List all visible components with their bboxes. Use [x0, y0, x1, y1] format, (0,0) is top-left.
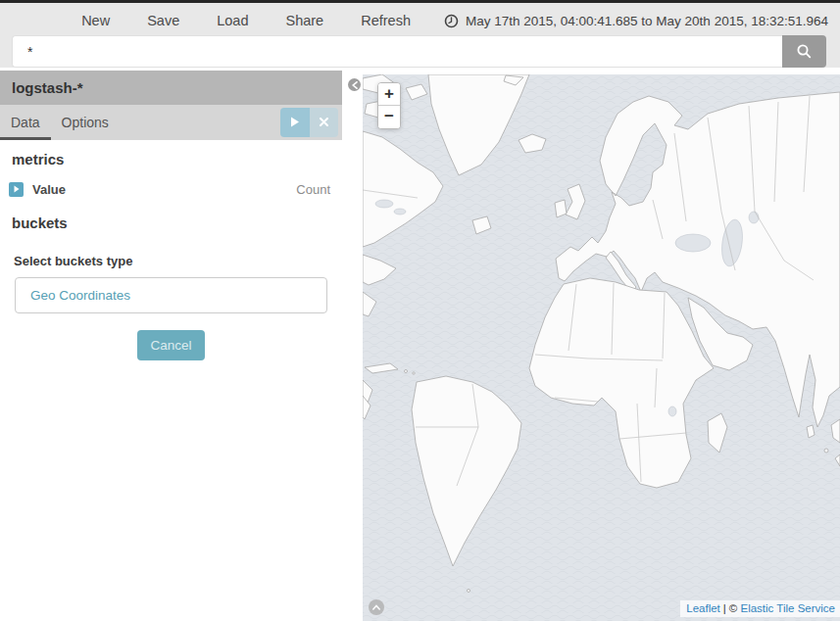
editor-content: metrics Value Count buckets Select bucke… [0, 151, 342, 360]
load-button[interactable]: Load [217, 13, 248, 28]
search-icon [796, 43, 813, 60]
apply-changes-button[interactable] [280, 108, 310, 137]
tile-map-canvas[interactable]: + − Leaflet|© Elastic Tile Service [363, 74, 840, 621]
chevron-up-icon [372, 604, 380, 610]
cancel-row: Cancel [12, 330, 330, 360]
metric-row-value: Value Count [12, 174, 330, 204]
top-navbar: New Save Load Share Refresh May 17th 201… [0, 0, 840, 68]
tab-data[interactable]: Data [0, 105, 51, 140]
save-button[interactable]: Save [147, 13, 179, 28]
query-input[interactable] [12, 35, 782, 68]
expand-metric-button[interactable] [9, 182, 24, 197]
metric-aggregation: Count [296, 182, 330, 197]
zoom-in-button[interactable]: + [378, 83, 400, 106]
editor-tabbar: Data Options [0, 105, 342, 140]
map-zoom-control: + − [377, 82, 401, 129]
refresh-button[interactable]: Refresh [361, 13, 411, 28]
cancel-button[interactable]: Cancel [137, 330, 204, 360]
editor-action-buttons [280, 105, 342, 140]
spy-panel-toggle[interactable] [369, 599, 384, 615]
bucket-type-option-label: Geo Coordinates [30, 288, 130, 303]
share-button[interactable]: Share [285, 13, 323, 28]
time-picker[interactable]: May 17th 2015, 04:00:41.685 to May 20th … [444, 14, 828, 28]
navbar-menu: New Save Load Share Refresh May 17th 201… [0, 6, 840, 35]
clock-icon [444, 14, 459, 28]
map-attribution: Leaflet|© Elastic Tile Service [680, 600, 840, 617]
index-pattern-header: logstash-* [0, 71, 342, 105]
new-button[interactable]: New [81, 13, 110, 28]
sidebar-collapse-toggle[interactable] [348, 78, 361, 91]
tab-options[interactable]: Options [51, 105, 120, 140]
close-icon [320, 118, 328, 126]
bucket-type-option-geo-coordinates[interactable]: Geo Coordinates [15, 277, 327, 313]
zoom-out-button[interactable]: − [378, 106, 400, 128]
caret-right-icon [14, 185, 20, 193]
chevron-left-icon [352, 81, 358, 89]
metric-label: Value [32, 182, 66, 197]
bucket-type-label: Select buckets type [14, 254, 330, 268]
metrics-heading: metrics [12, 151, 330, 167]
leaflet-link[interactable]: Leaflet [686, 602, 720, 614]
search-button[interactable] [782, 35, 826, 68]
world-map-tiles [363, 74, 840, 621]
time-range-label: May 17th 2015, 04:00:41.685 to May 20th … [466, 14, 828, 28]
vis-editor-sidebar: logstash-* Data Options metrics [0, 71, 342, 621]
discard-changes-button[interactable] [310, 108, 338, 137]
index-pattern-label: logstash-* [12, 79, 83, 96]
attribution-divider: | [723, 602, 726, 614]
copyright-symbol: © [729, 602, 737, 614]
search-bar [12, 35, 826, 68]
play-icon [290, 117, 300, 127]
elastic-tile-service-link[interactable]: Elastic Tile Service [740, 602, 835, 614]
buckets-heading: buckets [12, 215, 330, 231]
